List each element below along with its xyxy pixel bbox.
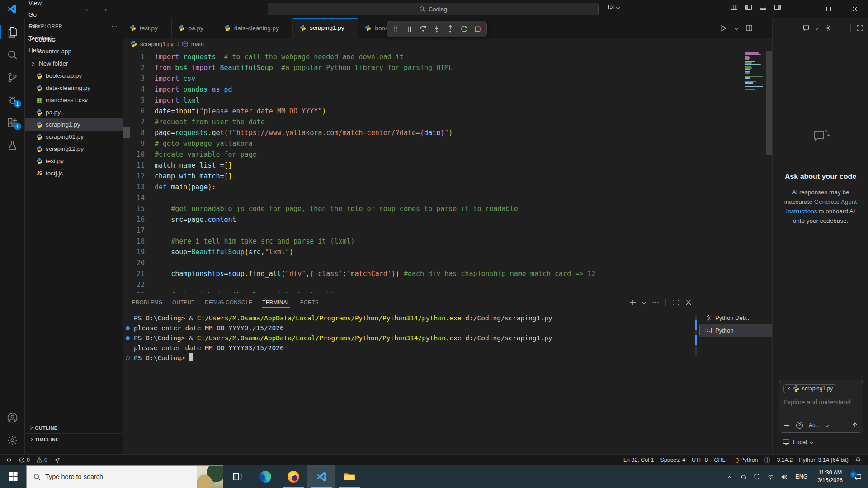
- run-python-file-icon[interactable]: [720, 24, 727, 32]
- debug-pause-icon[interactable]: [405, 24, 415, 34]
- menu-terminal[interactable]: Terminal: [24, 33, 59, 44]
- file-item-mattchess1-csv[interactable]: mattchess1.csv: [25, 94, 123, 106]
- network-icon[interactable]: [764, 474, 777, 480]
- status-spaces-4[interactable]: Spaces: 4: [657, 455, 689, 465]
- file-item-bookscrap-py[interactable]: bookscrap.py: [25, 70, 123, 82]
- terminal-dropdown-icon[interactable]: [642, 300, 646, 304]
- new-terminal-icon[interactable]: [629, 299, 637, 306]
- file-item-data-cleaning-py[interactable]: data-cleaning.py: [25, 82, 123, 94]
- activity-extensions[interactable]: 1: [0, 111, 25, 134]
- status-bell[interactable]: [852, 455, 864, 465]
- activity-search[interactable]: [0, 43, 25, 66]
- terminal-output[interactable]: PS D:\Coding> & C:/Users/M.Osama/AppData…: [123, 313, 693, 454]
- panel-tab-output[interactable]: OUTPUT: [172, 293, 195, 311]
- menu-view[interactable]: View: [24, 0, 59, 9]
- status-crlf[interactable]: CRLF: [711, 455, 732, 465]
- start-button[interactable]: [0, 465, 26, 488]
- status-python-3-14-64-bit[interactable]: Python 3.14 (64-bit): [796, 455, 852, 465]
- status-ln-32-col-1[interactable]: Ln 32, Col 1: [620, 455, 657, 465]
- section-outline[interactable]: OUTLINE: [25, 422, 123, 433]
- search-highlight-image[interactable]: [197, 466, 223, 488]
- titlebar-toggle-sidebar-icon[interactable]: [745, 4, 752, 11]
- environment-picker[interactable]: Local: [783, 438, 813, 446]
- editor-tab-scraping1-py[interactable]: scraping1.py: [293, 18, 359, 38]
- more-actions-icon[interactable]: ···: [760, 24, 768, 32]
- chat-input-box[interactable]: × scraping1.py Explore and understand Au…: [779, 380, 863, 433]
- settings-gear-icon[interactable]: [824, 24, 831, 32]
- chat-more-icon[interactable]: ···: [789, 24, 797, 32]
- activity-account[interactable]: [0, 406, 25, 429]
- split-editor-icon[interactable]: [745, 24, 753, 32]
- close-button[interactable]: [842, 0, 868, 18]
- status-3-14-2[interactable]: 3.14.2: [774, 455, 796, 465]
- activity-settings[interactable]: [0, 429, 25, 451]
- sidebar-more-icon[interactable]: ···: [112, 23, 117, 29]
- context-chip[interactable]: × scraping1.py: [783, 384, 836, 393]
- terminal-instance-python[interactable]: Python: [699, 324, 772, 337]
- terminal-instance-python-deb[interactable]: Python Deb...: [699, 311, 772, 324]
- activity-explorer[interactable]: [0, 21, 25, 43]
- file-item-scraping01-py[interactable]: scraping01.py: [25, 131, 123, 143]
- model-dropdown-icon[interactable]: [825, 423, 829, 427]
- debug-step-over-icon[interactable]: [418, 24, 428, 34]
- editor-tab-test-py[interactable]: test.py: [123, 18, 172, 38]
- minimize-button[interactable]: [789, 0, 816, 18]
- code-editor[interactable]: 1import requests # to call the webpage n…: [123, 50, 772, 293]
- debug-step-into-icon[interactable]: [432, 24, 442, 34]
- editor-tab-pa-py[interactable]: pa.py: [172, 18, 217, 38]
- titlebar-toggle-panel-icon[interactable]: [760, 4, 767, 11]
- close-panel-icon[interactable]: [685, 299, 692, 305]
- menu-help[interactable]: Help: [24, 44, 59, 56]
- file-item-pa-py[interactable]: pa.py: [25, 106, 123, 118]
- breadcrumb[interactable]: scraping1.py main: [123, 38, 772, 50]
- panel-tab-ports[interactable]: PORTS: [300, 293, 319, 311]
- editor-scrollbar[interactable]: [766, 51, 772, 155]
- taskbar-search[interactable]: Type here to search: [26, 465, 223, 488]
- file-item-scraping1-py[interactable]: scraping1.py: [25, 118, 123, 131]
- activity-source-control[interactable]: [0, 66, 25, 89]
- debug-restart-icon[interactable]: [459, 24, 469, 34]
- status-0[interactable]: 0: [15, 455, 33, 465]
- status-launch[interactable]: [51, 455, 63, 465]
- panel-tab-terminal[interactable]: TERMINAL: [262, 293, 290, 311]
- file-item-new-folder[interactable]: New folder: [25, 57, 123, 70]
- file-item-test-py[interactable]: test.py: [25, 155, 123, 167]
- panel-tab-debug-console[interactable]: DEBUG CONSOLE: [205, 293, 253, 311]
- chat-dropdown-icon[interactable]: [815, 26, 819, 30]
- section-timeline[interactable]: TIMELINE: [25, 433, 123, 445]
- maximize-panel-icon[interactable]: [672, 299, 679, 306]
- status-utf-8[interactable]: UTF-8: [689, 455, 711, 465]
- activity-testing[interactable]: [0, 134, 25, 156]
- language-indicator[interactable]: ENG: [791, 474, 812, 480]
- shield-icon[interactable]: [750, 474, 764, 480]
- nav-back-icon[interactable]: ←: [85, 5, 93, 14]
- file-item-scraping12-py[interactable]: scraping12.py: [25, 143, 123, 155]
- minimap[interactable]: [745, 52, 764, 91]
- help-icon[interactable]: [796, 422, 803, 429]
- command-center-search[interactable]: Coding: [268, 3, 599, 15]
- titlebar-customize-layout-icon[interactable]: [731, 4, 738, 11]
- debug-stop-icon[interactable]: [473, 24, 483, 34]
- hidden-icons-chevron[interactable]: [723, 474, 736, 479]
- nav-forward-icon[interactable]: →: [101, 5, 108, 14]
- taskbar-firefox[interactable]: [279, 465, 307, 488]
- model-picker[interactable]: Au...: [809, 422, 820, 428]
- run-dropdown-icon[interactable]: [735, 26, 738, 30]
- debug-step-out-icon[interactable]: [445, 24, 455, 34]
- status-extension[interactable]: [761, 455, 774, 465]
- activity-run-debug[interactable]: 1: [0, 89, 25, 111]
- taskbar-task-view[interactable]: [223, 465, 251, 488]
- chat-more-icon[interactable]: ···: [837, 24, 844, 32]
- taskbar-file-explorer[interactable]: [335, 465, 363, 488]
- panel-more-icon[interactable]: ···: [652, 298, 659, 306]
- clock[interactable]: 11:30 AM 3/15/2026: [812, 469, 848, 484]
- taskbar-vscode[interactable]: [307, 465, 335, 488]
- send-icon[interactable]: [851, 422, 859, 429]
- notification-center[interactable]: 2: [848, 473, 868, 481]
- titlebar-toggle-secondary-sidebar-icon[interactable]: [774, 4, 781, 11]
- status-python[interactable]: Python: [732, 455, 761, 465]
- file-item-testj-js[interactable]: testj.js: [25, 167, 123, 179]
- volume-icon[interactable]: [777, 474, 791, 480]
- panel-tab-problems[interactable]: PROBLEMS: [132, 293, 162, 311]
- chat-icon[interactable]: [802, 24, 810, 32]
